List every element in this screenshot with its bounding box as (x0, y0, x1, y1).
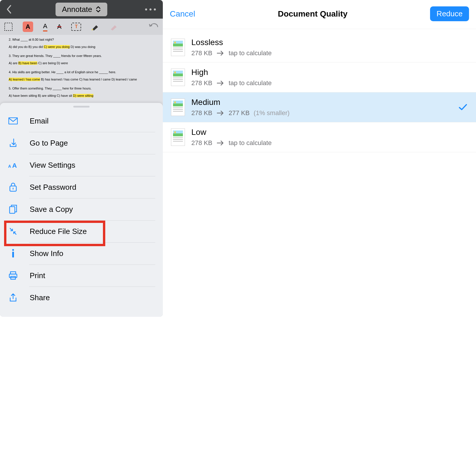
size-before: 278 KB (191, 49, 212, 57)
svg-point-9 (12, 249, 14, 251)
menu-item-print[interactable]: Print (0, 264, 163, 287)
email-icon (8, 117, 18, 124)
underline-tool[interactable]: A (43, 22, 47, 31)
print-icon (8, 271, 18, 280)
reduce-button[interactable]: Reduce (430, 6, 469, 21)
highlighted-text: D) were sitting (73, 94, 93, 97)
password-icon (8, 183, 18, 192)
right-panel: Cancel Document Quality Reduce Lossless2… (163, 0, 476, 317)
quality-meta: 278 KBtap to calculate (191, 49, 468, 57)
size-before: 278 KB (191, 109, 212, 117)
menu-item-view[interactable]: AAView Settings (0, 154, 163, 176)
thumbnail-icon (171, 99, 185, 116)
doc-line: 4. His skills are getting better. He ___… (9, 70, 154, 75)
svg-text:A: A (8, 164, 11, 169)
svg-text:A: A (12, 162, 17, 169)
arrow-right-icon (216, 80, 224, 86)
quality-meta: 278 KBtap to calculate (191, 139, 468, 147)
undo-button[interactable] (149, 23, 159, 30)
menu-label: Reduce File Size (30, 227, 87, 236)
quality-option-high[interactable]: High278 KBtap to calculate (163, 62, 476, 92)
quality-option-medium[interactable]: Medium278 KB277 KB(1% smaller) (163, 92, 476, 122)
doc-line: A) learned / has come B) has learned / h… (9, 77, 154, 82)
menu-label: Email (30, 117, 49, 126)
svg-rect-6 (10, 207, 15, 213)
size-after: tap to calculate (229, 139, 272, 147)
quality-name: Low (191, 128, 468, 137)
actions-sheet: EmailGo to PageAAView SettingsSet Passwo… (0, 103, 163, 317)
quality-option-lossless[interactable]: Lossless278 KBtap to calculate (163, 33, 476, 62)
menu-item-reduce[interactable]: Reduce File Size (0, 220, 163, 242)
svg-line-7 (10, 228, 13, 231)
doc-line: A) did you do B) you did C) were you doi… (9, 44, 154, 49)
thumbnail-icon (171, 39, 185, 56)
share-icon (8, 293, 18, 302)
menu-item-info[interactable]: Show Info (0, 242, 163, 264)
strikethrough-tool[interactable]: A (57, 23, 62, 31)
size-before: 278 KB (191, 79, 212, 87)
sheet-grabber[interactable] (73, 106, 90, 108)
quality-meta: 278 KBtap to calculate (191, 79, 468, 87)
menu-label: Show Info (30, 249, 63, 258)
checkmark-icon (459, 104, 467, 111)
annotation-toolbar: A A A T (0, 19, 163, 35)
cancel-button[interactable]: Cancel (170, 9, 195, 19)
copy-icon (8, 205, 18, 214)
more-button[interactable] (145, 8, 156, 10)
menu-item-password[interactable]: Set Password (0, 176, 163, 198)
highlighted-text: C) were you doing (44, 45, 69, 49)
doc-line: 5. Offer them something. They _____ here… (9, 86, 154, 91)
view-icon: AA (8, 161, 18, 169)
chevron-up-down-icon (96, 6, 101, 12)
thumbnail-icon (171, 128, 185, 146)
reduce-icon (8, 227, 18, 236)
menu-label: Set Password (30, 183, 76, 192)
svg-line-8 (14, 232, 16, 235)
doc-line: 3. They are great friends. They ____ fri… (9, 53, 154, 58)
menu-item-email[interactable]: Email (0, 110, 163, 132)
goto-icon (8, 138, 18, 148)
annotate-mode-selector[interactable]: Annotate (56, 3, 107, 16)
doc-line: 2. What ____ at 8.00 last night? (9, 37, 154, 42)
highlighted-text: A) learned / has come (9, 78, 40, 81)
menu-label: Print (30, 271, 45, 280)
arrow-right-icon (216, 110, 224, 116)
textbox-tool[interactable]: T (71, 23, 81, 31)
svg-rect-0 (5, 23, 12, 31)
eraser-tool[interactable] (110, 23, 118, 31)
back-button[interactable] (6, 4, 12, 14)
thumbnail-icon (171, 69, 185, 86)
info-icon (8, 249, 18, 258)
svg-rect-10 (12, 252, 14, 257)
menu-label: Go to Page (30, 139, 68, 148)
quality-title: Document Quality (278, 9, 347, 19)
size-after: tap to calculate (229, 49, 272, 57)
top-toolbar: Annotate (0, 0, 163, 19)
menu-item-copy[interactable]: Save a Copy (0, 198, 163, 220)
mode-label: Annotate (62, 5, 92, 14)
highlight-text-tool[interactable]: A (23, 22, 33, 32)
quality-name: Medium (191, 98, 468, 107)
quality-header: Cancel Document Quality Reduce (163, 0, 476, 29)
selection-tool[interactable] (4, 22, 13, 31)
highlighter-pen-tool[interactable] (91, 23, 100, 31)
quality-meta: 278 KB277 KB(1% smaller) (191, 109, 468, 117)
quality-options-list: Lossless278 KBtap to calculateHigh278 KB… (163, 29, 476, 156)
menu-label: View Settings (30, 161, 75, 170)
menu-item-share[interactable]: Share (0, 287, 163, 309)
doc-line: A) are B) have been C) are being D) were (9, 61, 154, 66)
menu-label: Save a Copy (30, 205, 73, 214)
arrow-right-icon (216, 140, 224, 146)
left-panel: Annotate A A A T 2. What ____ at 8.00 la… (0, 0, 163, 317)
quality-name: High (191, 68, 468, 77)
menu-label: Share (30, 293, 50, 302)
size-after: tap to calculate (229, 79, 272, 87)
doc-line: A) have been sitting B) are sitting C) h… (9, 93, 154, 98)
menu-item-goto[interactable]: Go to Page (0, 132, 163, 154)
size-percent: (1% smaller) (254, 109, 289, 117)
highlighted-text: B) have been (18, 61, 37, 65)
arrow-right-icon (216, 50, 224, 56)
quality-option-low[interactable]: Low278 KBtap to calculate (163, 122, 476, 152)
quality-name: Lossless (191, 38, 468, 47)
size-after: 277 KB (229, 109, 249, 117)
